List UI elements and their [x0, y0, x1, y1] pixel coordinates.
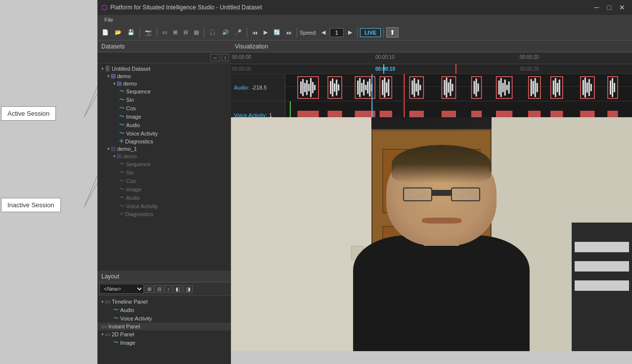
tree-inactive-image[interactable]: 〜 Image [97, 185, 231, 193]
tb-audio1-btn[interactable]: 🎧 [207, 28, 219, 37]
audio-label: Audio [126, 122, 140, 128]
cabinet-drawer-2 [575, 261, 629, 272]
menu-file[interactable]: File [100, 16, 117, 24]
tree-active-partition[interactable]: ▾ ▤ demo [97, 80, 231, 87]
tree-active-cos[interactable]: 〜 Cos [97, 104, 231, 112]
close-button[interactable]: ✕ [616, 2, 628, 12]
tree-inactive-voice-activity[interactable]: 〜 Voice Activity [97, 202, 231, 210]
tree-active-diagnostics[interactable]: ✛ Diagnostics [97, 137, 231, 145]
svg-line-103 [84, 87, 97, 117]
svg-rect-6 [310, 78, 312, 97]
ds-collapse-btn[interactable]: ↕ [222, 54, 229, 61]
tb-skip-start-btn[interactable]: ⏮ [250, 28, 260, 37]
person-head [386, 145, 497, 246]
tree-active-sin[interactable]: 〜 Sin [97, 95, 231, 104]
svg-rect-1 [300, 82, 302, 94]
glasses-right [451, 187, 480, 202]
cursor-blue-ruler [383, 64, 384, 74]
tree-inactive-sin[interactable]: 〜 Sin [97, 168, 231, 177]
datasets-panel: Datasets ↔ ↕ ▾ 🗄 Untitled Dataset ▾ ▤ de… [97, 41, 231, 271]
minimize-button[interactable]: ─ [591, 2, 602, 12]
tb-new-btn[interactable]: 📄 [99, 28, 111, 37]
svg-rect-45 [476, 79, 477, 96]
tb-layout2-btn[interactable]: ⊞ [171, 28, 180, 37]
layout-instant-panel[interactable]: ▭ Instant Panel [97, 322, 231, 330]
svg-rect-27 [384, 78, 385, 97]
tb-loop-btn[interactable]: 🔄 [271, 28, 283, 37]
inactive-va-label: Voice Activity [126, 203, 158, 209]
live-button[interactable]: LIVE [360, 28, 381, 37]
tree-inactive-partition[interactable]: ▾ ▤ demo [97, 152, 231, 160]
tree-root[interactable]: ▾ 🗄 Untitled Dataset [97, 65, 231, 72]
svg-rect-66 [585, 78, 586, 97]
layout-tree: ▾ ▭ Timeline Panel 〜 Audio 〜 Voice Activ… [97, 296, 231, 349]
window-controls: ─ □ ✕ [591, 2, 628, 12]
audio-track-value: -218.5 [251, 85, 267, 91]
tree-inactive-diagnostics[interactable]: ✛ Diagnostics [97, 210, 231, 218]
layout-audio[interactable]: 〜 Audio [97, 306, 231, 314]
tb-layout4-btn[interactable]: ▤ [191, 28, 201, 37]
inactive-audio-icon: 〜 [119, 194, 125, 201]
layout-tb2-btn[interactable]: ⊟ [155, 285, 164, 293]
tb-play-btn[interactable]: ▶ [261, 28, 270, 37]
svg-line-105 [84, 176, 97, 207]
timeline-panel-icon: ▭ [105, 298, 110, 305]
tree-active-voice-activity[interactable]: 〜 Voice Activity [97, 129, 231, 137]
tree-inactive-cos[interactable]: 〜 Cos [97, 177, 231, 185]
inactive-cos-label: Cos [126, 178, 136, 184]
layout-select[interactable]: <New> [99, 284, 144, 294]
tree-inactive-sequence[interactable]: 〜 Sequence [97, 160, 231, 168]
toolbar: 📄 📂 💾 📷 ▭ ⊞ ⊟ ▤ 🎧 🔊 🎤 ⏮ ▶ 🔄 ⏭ Speed: ◀ ▶… [97, 25, 632, 41]
tb-audio3-btn[interactable]: 🎤 [232, 28, 244, 37]
ds-expand-btn[interactable]: ↔ [210, 54, 220, 61]
audio-waveform-svg [285, 74, 632, 101]
2d-panel-label: 2D Panel [112, 331, 134, 337]
tree-active-sequence[interactable]: 〜 Sequence [97, 87, 231, 95]
datasets-header: Datasets [97, 41, 231, 52]
layout-header: Layout [97, 271, 231, 282]
tb-audio2-btn[interactable]: 🔊 [220, 28, 231, 37]
svg-rect-12 [334, 84, 335, 92]
layout-tb5-btn[interactable]: ◨ [183, 285, 193, 293]
tb-cam-btn[interactable]: 📷 [142, 28, 154, 37]
layout-timeline-panel[interactable]: ▾ ▭ Timeline Panel [97, 298, 231, 306]
inactive-diag-icon: ✛ [119, 211, 124, 217]
person-body [331, 140, 552, 351]
audio-wave-icon: 〜 [119, 121, 125, 129]
layout-tb3-btn[interactable]: ↕ [165, 285, 172, 293]
svg-rect-58 [537, 83, 538, 92]
tree-inactive-audio[interactable]: 〜 Audio [97, 193, 231, 202]
glasses-bridge [432, 190, 451, 195]
tb-layout1-btn[interactable]: ▭ [160, 28, 170, 37]
layout-2d-panel[interactable]: ▾ ▭ 2D Panel [97, 330, 231, 338]
ruler-top: 00:00:00 00:00:10 00:00:20 [231, 52, 632, 64]
tree-inactive-session[interactable]: ▾ ▤ demo_1 [97, 145, 231, 152]
svg-rect-13 [336, 80, 337, 95]
speed-input[interactable] [330, 28, 344, 37]
audio-track-label: Audio [234, 85, 248, 91]
audio-track-content[interactable] [285, 74, 632, 101]
layout-image[interactable]: 〜 Image [97, 338, 231, 347]
speed-dec-btn[interactable]: ◀ [319, 28, 328, 37]
speed-inc-btn[interactable]: ▶ [346, 28, 355, 37]
layout-tb4-btn[interactable]: ◧ [173, 285, 182, 293]
svg-rect-14 [338, 85, 339, 91]
maximize-button[interactable]: □ [604, 2, 614, 12]
layout-voice-activity[interactable]: 〜 Voice Activity [97, 314, 231, 322]
tb-layout3-btn[interactable]: ⊟ [181, 28, 190, 37]
tb-open-btn[interactable]: 📂 [112, 28, 124, 37]
inactive-partition-folder-icon: ▤ [117, 153, 122, 159]
cursor-button[interactable]: ⬆ [386, 27, 399, 38]
tree-active-session[interactable]: ▾ ▤ demo [97, 72, 231, 80]
svg-rect-18 [361, 83, 362, 92]
active-session-callout-text: Active Session [7, 110, 49, 117]
svg-rect-10 [330, 81, 331, 94]
tb-save-btn[interactable]: 💾 [125, 28, 137, 37]
tb-skip-end-btn[interactable]: ⏭ [284, 28, 294, 37]
tree-active-audio[interactable]: 〜 Audio [97, 121, 231, 129]
svg-rect-2 [302, 79, 304, 96]
tb-sep-6 [357, 28, 358, 38]
layout-tb1-btn[interactable]: ⊞ [145, 285, 154, 293]
tree-active-image[interactable]: 〜 Image [97, 112, 231, 121]
datasets-title: Datasets [101, 43, 125, 50]
